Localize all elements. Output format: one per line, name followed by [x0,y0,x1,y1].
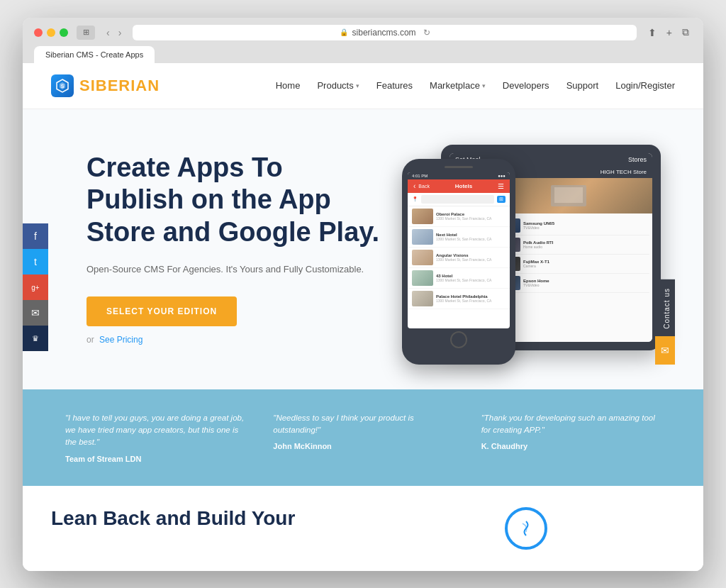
hotel-addr-5: 1300 Market St, San Francisco, CA [436,299,506,303]
hotel-item-5[interactable]: Palace Hotel Philadelphia 1300 Market St… [408,289,510,309]
forward-arrow[interactable]: › [116,26,125,40]
phone-mockup: 4:01 PM ●●● ‹ Back Hotels ☰ 📍 ⊞ [402,159,515,365]
nav-login-register[interactable]: Login/Register [615,80,675,91]
hotel-addr-4: 1300 Market St, San Francisco, CA [436,278,506,282]
new-tab-icon[interactable]: + [664,26,675,40]
tablet-products-list: Samsung UN65 TV&Video Polk Audio RTI [499,213,652,296]
nav-marketplace[interactable]: Marketplace ▾ [430,80,486,91]
tablet-stores-label: Stores [628,156,647,163]
hero-left: Create Apps To Publish on the App Store … [51,138,381,389]
nav-support[interactable]: Support [566,80,599,91]
testimonial-1: "I have to tell you guys, you are doing … [65,412,245,463]
nav-home[interactable]: Home [276,80,301,91]
hotel-addr-2: 1300 Market St, San Francisco, CA [436,237,506,241]
hotel-item-4[interactable]: 43 Hotel 1300 Market St, San Francisco, … [408,268,510,289]
url-text: siberiancms.com [352,28,416,38]
contact-us-tab[interactable]: Contact us [659,279,675,338]
tablet-product-epson[interactable]: Epson Home TV&Video [502,274,649,293]
tab-view-button[interactable]: ⊞ [77,26,95,40]
tablet-product-samsung[interactable]: Samsung UN65 TV&Video [502,216,649,235]
back-arrow[interactable]: ‹ [104,26,113,40]
bottom-headline: Lean Back and Build Your [51,507,349,550]
nav-products[interactable]: Products ▾ [317,80,359,91]
phone-search-input[interactable] [421,195,494,204]
testimonial-3: "Thank you for developing such an amazin… [481,412,661,463]
testimonials-section: "I have to tell you guys, you are doing … [23,389,703,486]
testimonial-author-3: K. Chaudhry [481,442,661,450]
phone-home-button[interactable] [450,331,467,348]
testimonial-author-2: John McKinnon [273,442,452,450]
hotel-thumb-3 [412,250,433,265]
facebook-button[interactable]: f [23,223,48,249]
browser-tab[interactable]: Siberian CMS - Create Apps [34,46,155,63]
phone-speaker [445,166,473,168]
refresh-icon[interactable]: ↻ [423,28,430,38]
share-icon[interactable]: ⬆ [645,26,659,40]
menu-icon[interactable]: ☰ [498,182,504,190]
product-info-polk: Polk Audio RTI Home audio [523,240,649,249]
logo-text-accent: IAN [130,77,160,94]
email-tab[interactable]: ✉ [655,336,675,365]
twitter-button[interactable]: t [23,249,48,274]
marketplace-dropdown-arrow: ▾ [482,82,486,89]
close-button[interactable] [34,28,43,37]
testimonial-text-1: "I have to tell you guys, you are doing … [65,412,245,449]
phone-filter-button[interactable]: ⊞ [497,196,506,203]
crown-button[interactable]: ♛ [23,326,48,351]
tablet-store-label: HIGH TECH Store [601,169,647,175]
hero-section: f t g+ ✉ ♛ Create Apps To Publish on the… [23,109,703,389]
products-dropdown-arrow: ▾ [356,82,359,89]
page-content: S SIBERIAN Home Products ▾ Features [23,63,703,571]
tabs-bar: Siberian CMS - Create Apps [34,46,692,63]
minimize-button[interactable] [47,28,55,37]
phone-search-bar: 📍 ⊞ [408,193,510,206]
phone-hotel-list: Oberoi Palace 1300 Market St, San Franci… [408,206,510,328]
testimonial-text-2: "Needless to say I think your product is… [273,412,452,437]
browser-chrome: ⊞ ‹ › 🔒 siberiancms.com ↻ ⬆ + ⧉ Siberian… [23,18,703,63]
phone-back-arrow[interactable]: ‹ [413,182,415,190]
browser-top-bar: ⊞ ‹ › 🔒 siberiancms.com ↻ ⬆ + ⧉ [34,25,692,40]
hotel-addr-3: 1300 Market St, San Francisco, CA [436,257,506,262]
product-cat-epson: TV&Video [523,283,649,287]
browser-window: ⊞ ‹ › 🔒 siberiancms.com ↻ ⬆ + ⧉ Siberian… [23,18,703,571]
url-bar[interactable]: 🔒 siberiancms.com ↻ [133,25,636,40]
hotel-item-3[interactable]: Angular Visions 1300 Market St, San Fran… [408,248,510,268]
testimonial-author-1: Team of Stream LDN [65,455,245,463]
bottom-circle-icon [505,507,547,550]
email-social-button[interactable]: ✉ [23,300,48,326]
product-info-samsung: Samsung UN65 TV&Video [523,221,649,230]
maximize-button[interactable] [60,28,68,37]
bottom-section: Lean Back and Build Your [23,486,703,571]
nav-features[interactable]: Features [376,80,413,91]
tab-title: Siberian CMS - Create Apps [45,50,143,59]
tablet-store-header: HIGH TECH Store [499,166,652,178]
phone-title: Hotels [432,183,495,189]
select-edition-button[interactable]: SELECT YOUR EDITION [86,296,237,326]
phone-back-label: Back [418,184,430,189]
hero-headline: Create Apps To Publish on the App Store … [86,152,381,249]
tablet-product-polk[interactable]: Polk Audio RTI Home audio [502,235,649,255]
bottom-visual [377,507,675,550]
nav-developers[interactable]: Developers [503,80,549,91]
product-cat-fuji: Camera [523,264,649,268]
hero-subtext: Open-Source CMS For Agencies. It's Yours… [86,262,381,277]
product-cat-polk: Home audio [523,245,649,249]
email-icon: ✉ [661,345,669,356]
tablet-store-banner [499,178,652,213]
tablet-product-fuji[interactable]: FujiMax X-T1 Camera [502,255,649,274]
google-plus-button[interactable]: g+ [23,274,48,300]
browser-actions: ⬆ + ⧉ [645,25,692,40]
logo-text-main: SIBER [79,77,130,94]
see-pricing-link[interactable]: See Pricing [99,335,143,345]
hotel-item-2[interactable]: Next Hotel 1300 Market St, San Francisco… [408,227,510,248]
site-nav: Home Products ▾ Features Marketplace ▾ D… [276,80,675,91]
logo[interactable]: S SIBERIAN [51,74,160,97]
hotel-item-1[interactable]: Oberoi Palace 1300 Market St, San Franci… [408,206,510,227]
tablet-main: HIGH TECH Store [499,166,652,342]
hotel-info-5: Palace Hotel Philadelphia 1300 Market St… [436,294,506,303]
hotel-thumb-4 [412,270,433,286]
windows-icon[interactable]: ⧉ [679,25,692,40]
testimonial-text-3: "Thank you for developing such an amazin… [481,412,661,437]
hotel-info-4: 43 Hotel 1300 Market St, San Francisco, … [436,274,506,282]
phone-nav-bar: ‹ Back Hotels ☰ [408,179,510,193]
